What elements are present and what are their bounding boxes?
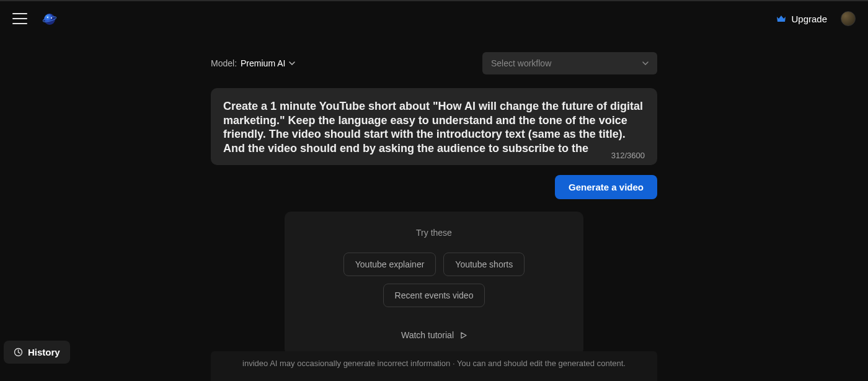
svg-point-2 — [47, 17, 48, 18]
prompt-input[interactable]: Create a 1 minute YouTube short about "H… — [211, 88, 657, 165]
app-logo[interactable] — [42, 11, 57, 26]
suggestion-chip-youtube-shorts[interactable]: Youtube shorts — [443, 253, 525, 276]
prompt-text: Create a 1 minute YouTube short about "H… — [223, 99, 645, 156]
clock-icon — [14, 347, 23, 357]
model-selector[interactable]: Model: Premium AI — [211, 58, 295, 68]
workflow-placeholder: Select workflow — [491, 58, 551, 68]
watch-tutorial-label: Watch tutorial — [401, 330, 454, 340]
history-label: History — [28, 347, 60, 357]
history-button[interactable]: History — [4, 341, 70, 364]
chevron-down-icon — [642, 61, 649, 65]
avatar[interactable] — [841, 11, 856, 26]
suggestions-panel: Try these Youtube explainer Youtube shor… — [285, 212, 583, 356]
watch-tutorial-link[interactable]: Watch tutorial — [401, 330, 467, 340]
char-count: 312/3600 — [611, 151, 645, 160]
disclaimer-text: invideo AI may occasionally generate inc… — [211, 351, 657, 381]
suggestion-chip-recent-events[interactable]: Recent events video — [383, 284, 485, 307]
svg-point-0 — [44, 14, 55, 25]
generate-video-button[interactable]: Generate a video — [555, 175, 657, 199]
play-icon — [460, 332, 467, 339]
crown-icon — [776, 14, 786, 23]
menu-button[interactable] — [12, 13, 27, 24]
upgrade-button[interactable]: Upgrade — [776, 14, 827, 24]
upgrade-label: Upgrade — [791, 14, 827, 24]
svg-point-3 — [51, 17, 52, 19]
try-these-label: Try these — [297, 228, 571, 238]
model-value: Premium AI — [241, 58, 285, 68]
suggestion-chip-youtube-explainer[interactable]: Youtube explainer — [343, 253, 436, 276]
workflow-select[interactable]: Select workflow — [482, 52, 657, 74]
model-label-text: Model: — [211, 58, 237, 68]
chevron-down-icon — [289, 61, 295, 65]
